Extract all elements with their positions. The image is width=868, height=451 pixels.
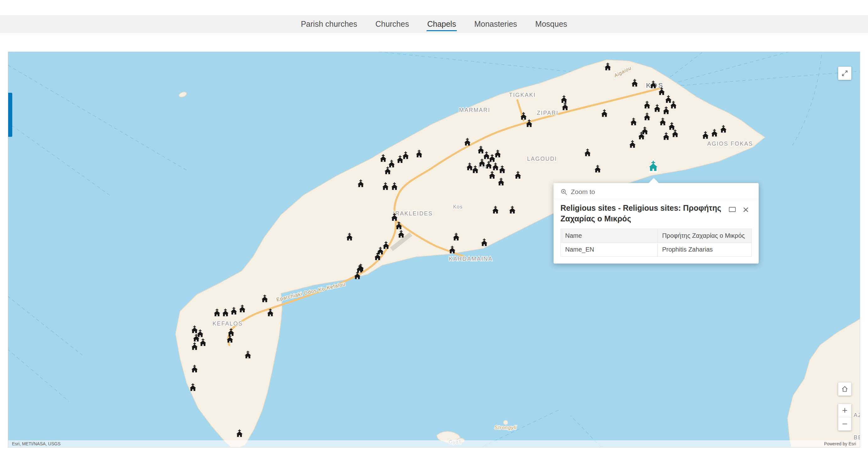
map-label: Kos bbox=[453, 204, 462, 209]
map[interactable]: KOSTIGKAKIMARMARIZIPARILAGOUDIAGIOS FOKA… bbox=[8, 52, 860, 448]
popup-row: Name_ENProphitis Zaharias bbox=[561, 243, 752, 256]
zoom-out-button[interactable]: − bbox=[838, 417, 851, 430]
popup-value: Προφήτης Ζαχαρίας ο Μικρός bbox=[657, 229, 751, 243]
map-label: LAGOUDI bbox=[527, 156, 557, 162]
popup-attribute-table: NameΠροφήτης Ζαχαρίας ο ΜικρόςName_ENPro… bbox=[560, 229, 752, 257]
map-label: MARMARI bbox=[459, 107, 490, 113]
tab-monasteries[interactable]: Monasteries bbox=[474, 16, 518, 32]
popup-title: Religious sites - Religious sites: Προφή… bbox=[560, 203, 724, 224]
tab-chapels[interactable]: Chapels bbox=[427, 16, 457, 32]
expand-button[interactable] bbox=[838, 67, 851, 80]
expand-icon bbox=[841, 70, 848, 77]
tab-churches[interactable]: Churches bbox=[375, 16, 410, 32]
map-label: ZIPARI bbox=[537, 110, 559, 116]
popup-value: Prophitis Zaharias bbox=[657, 243, 751, 256]
map-label: AZI bbox=[854, 412, 860, 418]
feature-popup: Zoom to Religious sites - Religious site… bbox=[554, 183, 759, 263]
app: Parish churchesChurchesChapelsMonasterie… bbox=[0, 0, 868, 451]
home-button[interactable] bbox=[838, 383, 851, 396]
islet-northwest bbox=[179, 91, 187, 98]
panel-handle[interactable] bbox=[8, 93, 12, 137]
zoom-to-button[interactable]: Zoom to bbox=[560, 188, 595, 196]
zoom-to-label: Zoom to bbox=[571, 188, 595, 196]
popup-actions: Zoom to bbox=[554, 183, 759, 199]
popup-row: NameΠροφήτης Ζαχαρίας ο Μικρός bbox=[561, 229, 752, 243]
magnifier-plus-icon bbox=[560, 188, 568, 196]
map-label: KARDAMAINA bbox=[449, 256, 493, 262]
attribution-text: Esri, METI/NASA, USGS bbox=[12, 441, 61, 446]
attribution-bar: Esri, METI/NASA, USGS Powered by Esri bbox=[8, 440, 860, 447]
map-label: IRAKLEIDES bbox=[393, 210, 433, 217]
nav-tabs: Parish churchesChurchesChapelsMonasterie… bbox=[300, 16, 568, 32]
popup-field: Name_EN bbox=[561, 243, 658, 256]
powered-by-text: Powered by Esri bbox=[824, 441, 856, 446]
popup-field: Name bbox=[561, 229, 658, 243]
map-label: TIGKAKI bbox=[509, 92, 536, 98]
top-nav: Parish churchesChurchesChapelsMonasterie… bbox=[0, 15, 868, 33]
home-icon bbox=[841, 385, 848, 393]
tab-parish-churches[interactable]: Parish churches bbox=[300, 16, 358, 32]
zoom-in-button[interactable]: + bbox=[838, 404, 851, 417]
dock-icon bbox=[728, 206, 736, 213]
popup-pointer bbox=[648, 178, 659, 184]
map-label: Strongyli bbox=[494, 425, 517, 430]
dock-button[interactable] bbox=[728, 206, 736, 213]
zoom-control: + − bbox=[838, 404, 851, 430]
close-button[interactable]: × bbox=[743, 204, 749, 215]
island-strongyli bbox=[503, 420, 508, 425]
map-label: BEL bbox=[854, 434, 860, 441]
popup-header: Religious sites - Religious sites: Προφή… bbox=[554, 199, 759, 229]
map-label: KEFALOS bbox=[213, 320, 243, 327]
map-label: AGIOS FOKAS bbox=[707, 141, 753, 147]
tab-mosques[interactable]: Mosques bbox=[535, 16, 568, 32]
